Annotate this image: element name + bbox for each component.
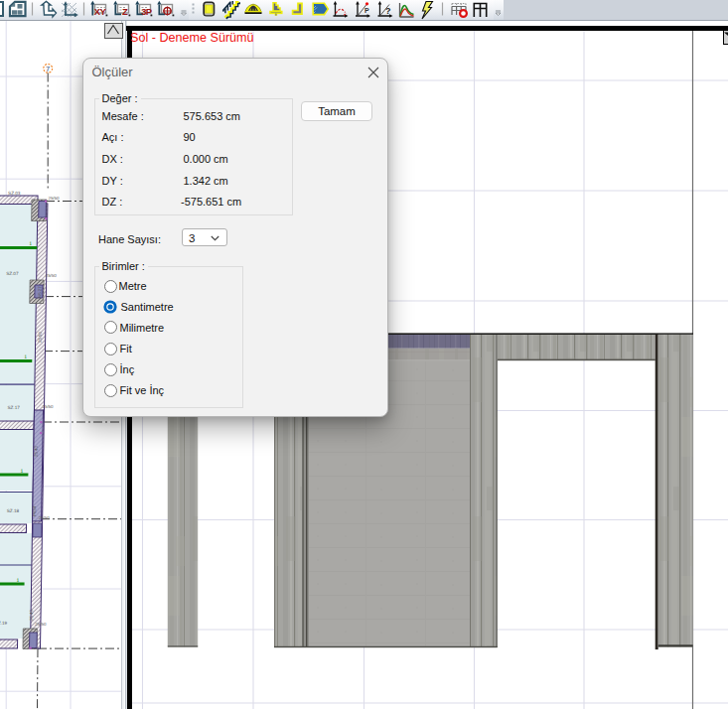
svg-text:1: 1 [20,468,23,474]
svg-text:SZ.18: SZ.18 [7,508,20,513]
svg-text:Z: Z [122,6,128,17]
svg-text:25.40: 25.40 [34,445,39,457]
svg-text:SZ.07: SZ.07 [6,271,19,276]
svg-text:P634: P634 [32,505,37,516]
svg-text:25/50: 25/50 [39,515,51,520]
svg-text:1: 1 [17,577,20,583]
svg-text:25/50: 25/50 [46,273,58,278]
svg-text:25/50: 25/50 [48,196,60,201]
svg-text:?: ? [385,6,391,16]
svg-text:N5.27: N5.27 [37,286,42,298]
svg-text:25/50: 25/50 [42,404,54,409]
svg-text:P: P [364,7,369,14]
svg-text:SZ.17: SZ.17 [7,405,20,410]
svg-text:25.50: 25.50 [38,331,43,343]
svg-text:SZ.03: SZ.03 [8,191,21,196]
svg-text:1: 1 [29,241,32,247]
svg-text:1: 1 [24,354,27,359]
svg-text:25/50: 25/50 [35,622,47,627]
svg-text:XY: XY [94,6,107,17]
svg-text:SZ.19: SZ.19 [0,621,8,626]
svg-text:25.40: 25.40 [29,609,34,621]
svg-text:7: 7 [46,65,50,73]
